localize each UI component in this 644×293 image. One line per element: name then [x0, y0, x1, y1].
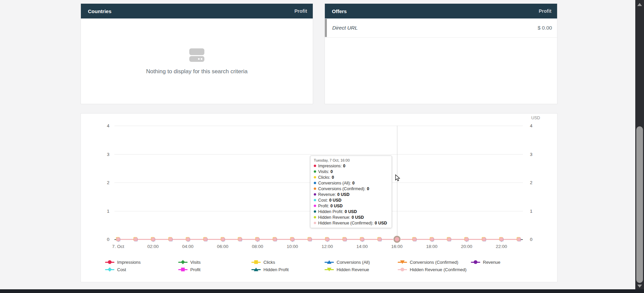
- countries-panel-header: Countries Profit: [81, 4, 313, 18]
- tooltip-row: Revenue: 0 USD: [314, 192, 388, 197]
- hovered-data-point[interactable]: [393, 236, 400, 243]
- data-point-marker[interactable]: [465, 238, 468, 241]
- data-point-marker[interactable]: [308, 238, 312, 241]
- y-axis-tick-label-right: 1: [530, 208, 533, 213]
- legend-item[interactable]: Clicks: [251, 258, 325, 266]
- legend-label: Hidden Revenue (Confirmed): [410, 267, 466, 272]
- data-point-marker[interactable]: [291, 238, 294, 241]
- tooltip-metric-label: Conversions (All):: [318, 181, 351, 185]
- series-bullet-icon: [314, 216, 316, 218]
- tooltip-row: Hidden Revenue (Confirmed): 0 USD: [314, 220, 388, 226]
- legend-marker-icon: [325, 260, 334, 264]
- tooltip-metric-value: 0 USD: [352, 215, 364, 220]
- legend-label: Hidden Revenue: [337, 267, 369, 272]
- offer-row-accent-bar: [325, 19, 327, 37]
- legend-label: Visits: [190, 260, 201, 265]
- data-point-marker[interactable]: [203, 238, 207, 241]
- tooltip-row: Profit: 0 USD: [314, 203, 388, 209]
- empty-card-icon: [189, 48, 204, 64]
- series-bullet-icon: [314, 199, 316, 201]
- chart-legend: Impressions Visits Clicks: [105, 258, 544, 273]
- scroll-up-arrow-icon[interactable]: [637, 3, 642, 6]
- y-gridline: [114, 211, 523, 211]
- tooltip-metric-value: 0: [332, 175, 334, 180]
- legend-label: Conversions (All): [337, 260, 370, 265]
- legend-item[interactable]: Cost: [105, 266, 178, 273]
- tooltip-row: Conversions (All): 0: [314, 180, 388, 186]
- legend-label: Clicks: [263, 260, 275, 265]
- data-point-marker[interactable]: [482, 238, 486, 241]
- data-point-marker[interactable]: [500, 238, 503, 241]
- legend-item[interactable]: Hidden Profit: [251, 266, 325, 273]
- tooltip-metric-value: 0: [367, 186, 369, 191]
- data-point-marker[interactable]: [186, 238, 190, 241]
- scroll-down-arrow-icon[interactable]: [637, 285, 642, 288]
- offers-metric-header[interactable]: Profit: [539, 8, 551, 14]
- legend-item[interactable]: Revenue: [471, 258, 544, 266]
- scrollbar-thumb[interactable]: [636, 126, 643, 283]
- legend-item[interactable]: Conversions (All): [325, 258, 398, 266]
- bottom-bar: [0, 289, 644, 293]
- offers-panel: Offers Profit Direct URL $ 0.00: [325, 3, 557, 104]
- y-axis-tick-label: 3: [96, 152, 109, 157]
- tooltip-metric-label: Conversions (Confirmed):: [318, 186, 365, 191]
- legend-label: Cost: [117, 267, 126, 272]
- data-point-marker[interactable]: [256, 238, 259, 241]
- legend-marker-icon: [398, 260, 407, 264]
- data-point-marker[interactable]: [151, 238, 155, 241]
- data-point-marker[interactable]: [412, 238, 416, 241]
- data-point-marker[interactable]: [360, 238, 364, 241]
- x-axis-tick-label: 14:00: [356, 244, 368, 249]
- data-point-marker[interactable]: [343, 238, 346, 241]
- tooltip-row: Cost: 0 USD: [314, 197, 388, 203]
- tooltip-row: Visits: 0: [314, 169, 388, 174]
- data-point-marker[interactable]: [116, 238, 120, 241]
- data-point-marker[interactable]: [273, 238, 277, 241]
- countries-panel-title: Countries: [88, 8, 111, 14]
- countries-metric-header[interactable]: Profit: [294, 8, 307, 14]
- x-axis-tick-label: 16:00: [391, 244, 403, 249]
- legend-item[interactable]: Impressions: [105, 258, 178, 266]
- data-point-marker[interactable]: [430, 238, 434, 241]
- y-axis-tick-label: 2: [96, 180, 109, 185]
- countries-empty-state: Nothing to display for this search crite…: [81, 18, 313, 104]
- legend-item[interactable]: Hidden Revenue (Confirmed): [398, 266, 471, 273]
- data-point-marker[interactable]: [517, 238, 521, 241]
- tooltip-row: Impressions: 0: [314, 163, 388, 169]
- legend-item[interactable]: Visits: [178, 258, 251, 266]
- series-bullet-icon: [314, 193, 316, 196]
- legend-marker-icon: [178, 260, 188, 264]
- legend-item[interactable]: Profit: [178, 266, 251, 273]
- series-bullet-icon: [314, 205, 316, 207]
- data-point-marker[interactable]: [326, 238, 329, 241]
- data-point-marker[interactable]: [134, 238, 137, 241]
- x-axis-tick-label: 02:00: [147, 244, 159, 249]
- tooltip-metric-value: 0 USD: [375, 221, 387, 225]
- tooltip-metric-label: Hidden Revenue:: [318, 215, 350, 220]
- vertical-scrollbar[interactable]: [635, 0, 644, 293]
- offer-row[interactable]: Direct URL $ 0.00: [325, 18, 557, 38]
- legend-label: Hidden Profit: [263, 267, 289, 272]
- series-bullet-icon: [314, 222, 316, 224]
- data-point-marker[interactable]: [221, 238, 225, 241]
- data-point-marker[interactable]: [168, 238, 172, 241]
- offers-panel-title: Offers: [332, 8, 347, 14]
- legend-marker-icon: [251, 267, 261, 272]
- x-axis-tick-label: 7. Oct: [112, 244, 124, 249]
- y-gridline: [114, 126, 523, 126]
- legend-item[interactable]: Conversions (Confirmed): [398, 258, 471, 266]
- legend-marker-icon: [251, 260, 261, 264]
- x-axis-tick-label: 04:00: [182, 244, 194, 249]
- tooltip-row: Hidden Profit: 0 USD: [314, 209, 388, 214]
- data-point-marker[interactable]: [447, 238, 451, 241]
- x-axis-tick-label: 22:00: [496, 244, 507, 249]
- data-point-marker[interactable]: [378, 238, 381, 241]
- tooltip-metric-value: 0 USD: [330, 204, 343, 208]
- tooltip-metric-value: 0 USD: [329, 198, 342, 203]
- x-axis-tick-label: 18:00: [426, 244, 438, 249]
- currency-axis-label: USD: [531, 116, 540, 120]
- series-bullet-icon: [314, 165, 316, 167]
- data-point-marker[interactable]: [238, 238, 242, 241]
- legend-item[interactable]: Hidden Revenue: [325, 266, 398, 273]
- x-axis-tick-label: 10:00: [287, 244, 298, 249]
